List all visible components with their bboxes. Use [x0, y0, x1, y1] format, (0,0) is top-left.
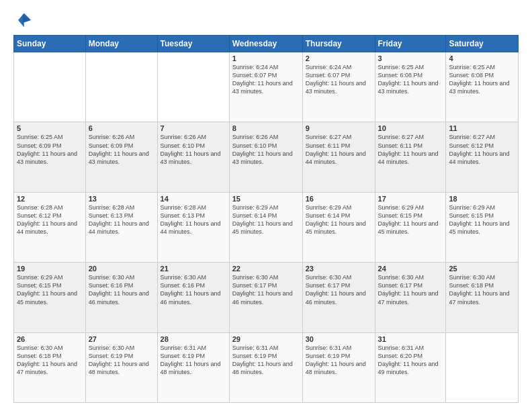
- day-number: 4: [449, 54, 515, 62]
- calendar-cell: 2Sunrise: 6:24 AM Sunset: 6:07 PM Daylig…: [302, 52, 375, 122]
- day-number: 31: [378, 335, 443, 343]
- day-number: 1: [232, 54, 300, 62]
- calendar-cell: 15Sunrise: 6:29 AM Sunset: 6:14 PM Dayli…: [229, 192, 302, 262]
- day-detail: Sunrise: 6:31 AM Sunset: 6:19 PM Dayligh…: [232, 344, 300, 377]
- day-number: 17: [378, 195, 443, 203]
- week-row-3: 19Sunrise: 6:29 AM Sunset: 6:15 PM Dayli…: [14, 263, 519, 332]
- day-detail: Sunrise: 6:26 AM Sunset: 6:10 PM Dayligh…: [161, 133, 226, 166]
- calendar-cell: [446, 332, 519, 402]
- day-number: 19: [17, 265, 83, 273]
- day-number: 21: [161, 265, 226, 273]
- weekday-header-friday: Friday: [375, 36, 446, 52]
- day-detail: Sunrise: 6:27 AM Sunset: 6:11 PM Dayligh…: [378, 133, 443, 166]
- day-number: 18: [449, 195, 515, 203]
- calendar-cell: 16Sunrise: 6:29 AM Sunset: 6:14 PM Dayli…: [302, 192, 375, 262]
- day-number: 7: [161, 124, 226, 132]
- day-detail: Sunrise: 6:25 AM Sunset: 6:09 PM Dayligh…: [17, 133, 83, 166]
- calendar-cell: 7Sunrise: 6:26 AM Sunset: 6:10 PM Daylig…: [157, 122, 229, 192]
- calendar-cell: 4Sunrise: 6:25 AM Sunset: 6:08 PM Daylig…: [446, 52, 519, 122]
- day-number: 8: [232, 124, 300, 132]
- logo: [13, 11, 35, 30]
- day-detail: Sunrise: 6:30 AM Sunset: 6:16 PM Dayligh…: [89, 273, 154, 306]
- day-detail: Sunrise: 6:26 AM Sunset: 6:10 PM Dayligh…: [232, 133, 300, 166]
- calendar-cell: 30Sunrise: 6:31 AM Sunset: 6:19 PM Dayli…: [302, 332, 375, 402]
- day-detail: Sunrise: 6:30 AM Sunset: 6:16 PM Dayligh…: [161, 273, 226, 306]
- calendar-cell: [85, 52, 157, 122]
- day-detail: Sunrise: 6:28 AM Sunset: 6:13 PM Dayligh…: [161, 203, 226, 236]
- day-detail: Sunrise: 6:29 AM Sunset: 6:15 PM Dayligh…: [449, 203, 515, 236]
- day-detail: Sunrise: 6:30 AM Sunset: 6:17 PM Dayligh…: [306, 273, 372, 306]
- day-detail: Sunrise: 6:24 AM Sunset: 6:07 PM Dayligh…: [306, 63, 372, 96]
- calendar-cell: 11Sunrise: 6:27 AM Sunset: 6:12 PM Dayli…: [446, 122, 519, 192]
- calendar-cell: 5Sunrise: 6:25 AM Sunset: 6:09 PM Daylig…: [14, 122, 86, 192]
- calendar-cell: 8Sunrise: 6:26 AM Sunset: 6:10 PM Daylig…: [229, 122, 302, 192]
- calendar-cell: 22Sunrise: 6:30 AM Sunset: 6:17 PM Dayli…: [229, 263, 302, 332]
- day-number: 16: [306, 195, 372, 203]
- day-number: 24: [378, 265, 443, 273]
- day-number: 9: [306, 124, 372, 132]
- day-detail: Sunrise: 6:29 AM Sunset: 6:14 PM Dayligh…: [306, 203, 372, 236]
- weekday-header-wednesday: Wednesday: [229, 36, 302, 52]
- day-detail: Sunrise: 6:29 AM Sunset: 6:14 PM Dayligh…: [232, 203, 300, 236]
- day-number: 30: [306, 335, 372, 343]
- week-row-4: 26Sunrise: 6:30 AM Sunset: 6:18 PM Dayli…: [14, 332, 519, 402]
- calendar-cell: 13Sunrise: 6:28 AM Sunset: 6:13 PM Dayli…: [85, 192, 157, 262]
- day-number: 23: [306, 265, 372, 273]
- weekday-header-row: SundayMondayTuesdayWednesdayThursdayFrid…: [14, 36, 519, 52]
- day-detail: Sunrise: 6:30 AM Sunset: 6:18 PM Dayligh…: [449, 273, 515, 306]
- day-number: 25: [449, 265, 515, 273]
- day-number: 22: [232, 265, 300, 273]
- day-number: 11: [449, 124, 515, 132]
- day-detail: Sunrise: 6:31 AM Sunset: 6:20 PM Dayligh…: [378, 344, 443, 377]
- day-number: 13: [89, 195, 154, 203]
- calendar-cell: 25Sunrise: 6:30 AM Sunset: 6:18 PM Dayli…: [446, 263, 519, 332]
- day-number: 6: [89, 124, 154, 132]
- page: SundayMondayTuesdayWednesdayThursdayFrid…: [0, 0, 532, 411]
- day-number: 12: [17, 195, 83, 203]
- day-number: 29: [232, 335, 300, 343]
- weekday-header-monday: Monday: [85, 36, 157, 52]
- calendar-cell: [14, 52, 86, 122]
- day-detail: Sunrise: 6:30 AM Sunset: 6:18 PM Dayligh…: [17, 344, 83, 377]
- day-detail: Sunrise: 6:30 AM Sunset: 6:17 PM Dayligh…: [232, 273, 300, 306]
- calendar-cell: 24Sunrise: 6:30 AM Sunset: 6:17 PM Dayli…: [375, 263, 446, 332]
- calendar-cell: 27Sunrise: 6:30 AM Sunset: 6:19 PM Dayli…: [85, 332, 157, 402]
- calendar-cell: 26Sunrise: 6:30 AM Sunset: 6:18 PM Dayli…: [14, 332, 86, 402]
- logo-icon: [13, 11, 32, 30]
- weekday-header-sunday: Sunday: [14, 36, 86, 52]
- calendar-cell: 6Sunrise: 6:26 AM Sunset: 6:09 PM Daylig…: [85, 122, 157, 192]
- header: [13, 11, 519, 30]
- calendar-cell: 1Sunrise: 6:24 AM Sunset: 6:07 PM Daylig…: [229, 52, 302, 122]
- day-detail: Sunrise: 6:25 AM Sunset: 6:08 PM Dayligh…: [378, 63, 443, 96]
- calendar-cell: 28Sunrise: 6:31 AM Sunset: 6:19 PM Dayli…: [157, 332, 229, 402]
- week-row-2: 12Sunrise: 6:28 AM Sunset: 6:12 PM Dayli…: [14, 192, 519, 262]
- week-row-1: 5Sunrise: 6:25 AM Sunset: 6:09 PM Daylig…: [14, 122, 519, 192]
- day-detail: Sunrise: 6:27 AM Sunset: 6:12 PM Dayligh…: [449, 133, 515, 166]
- day-detail: Sunrise: 6:31 AM Sunset: 6:19 PM Dayligh…: [306, 344, 372, 377]
- day-number: 15: [232, 195, 300, 203]
- calendar-cell: 29Sunrise: 6:31 AM Sunset: 6:19 PM Dayli…: [229, 332, 302, 402]
- day-detail: Sunrise: 6:25 AM Sunset: 6:08 PM Dayligh…: [449, 63, 515, 96]
- calendar-cell: 23Sunrise: 6:30 AM Sunset: 6:17 PM Dayli…: [302, 263, 375, 332]
- calendar-cell: 17Sunrise: 6:29 AM Sunset: 6:15 PM Dayli…: [375, 192, 446, 262]
- day-number: 5: [17, 124, 83, 132]
- day-number: 28: [161, 335, 226, 343]
- day-detail: Sunrise: 6:30 AM Sunset: 6:19 PM Dayligh…: [89, 344, 154, 377]
- weekday-header-thursday: Thursday: [302, 36, 375, 52]
- calendar-cell: 12Sunrise: 6:28 AM Sunset: 6:12 PM Dayli…: [14, 192, 86, 262]
- day-number: 20: [89, 265, 154, 273]
- day-number: 10: [378, 124, 443, 132]
- day-detail: Sunrise: 6:29 AM Sunset: 6:15 PM Dayligh…: [17, 273, 83, 306]
- day-detail: Sunrise: 6:31 AM Sunset: 6:19 PM Dayligh…: [161, 344, 226, 377]
- calendar-cell: 19Sunrise: 6:29 AM Sunset: 6:15 PM Dayli…: [14, 263, 86, 332]
- calendar-cell: 10Sunrise: 6:27 AM Sunset: 6:11 PM Dayli…: [375, 122, 446, 192]
- calendar-cell: [157, 52, 229, 122]
- calendar-cell: 14Sunrise: 6:28 AM Sunset: 6:13 PM Dayli…: [157, 192, 229, 262]
- week-row-0: 1Sunrise: 6:24 AM Sunset: 6:07 PM Daylig…: [14, 52, 519, 122]
- calendar-cell: 9Sunrise: 6:27 AM Sunset: 6:11 PM Daylig…: [302, 122, 375, 192]
- weekday-header-tuesday: Tuesday: [157, 36, 229, 52]
- calendar-cell: 31Sunrise: 6:31 AM Sunset: 6:20 PM Dayli…: [375, 332, 446, 402]
- day-detail: Sunrise: 6:24 AM Sunset: 6:07 PM Dayligh…: [232, 63, 300, 96]
- calendar-table: SundayMondayTuesdayWednesdayThursdayFrid…: [13, 35, 519, 403]
- day-number: 3: [378, 54, 443, 62]
